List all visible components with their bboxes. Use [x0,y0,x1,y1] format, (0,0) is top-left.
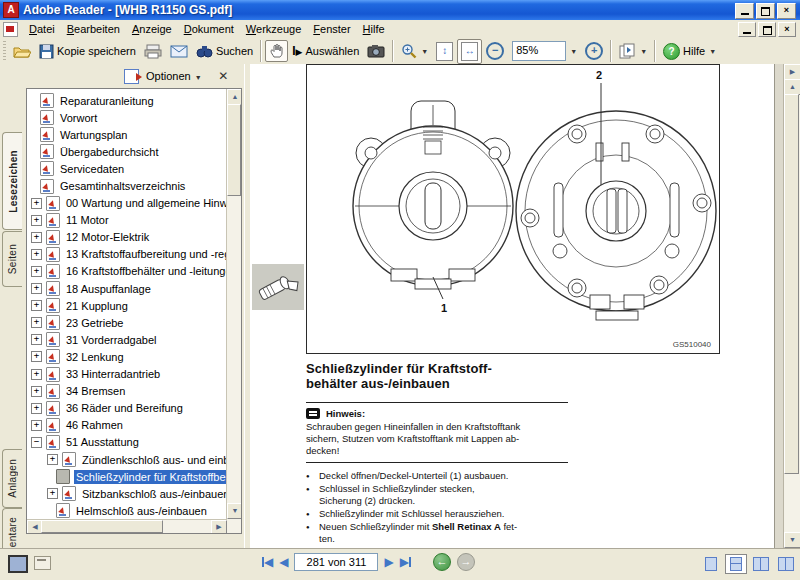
expand-icon[interactable]: + [47,488,58,499]
menu-werkzeuge[interactable]: Werkzeuge [240,21,307,37]
child-restore-button[interactable] [758,22,776,37]
menu-hilfe[interactable]: Hilfe [357,21,391,37]
previous-view-button[interactable]: ← [433,553,451,571]
bookmarks-horizontal-scrollbar[interactable]: ◀ ▶ [27,519,227,533]
zoom-out-button[interactable]: − [482,39,508,63]
zoom-tool-button[interactable]: ▼ [397,40,432,62]
pdf-document-icon[interactable] [3,22,18,37]
single-page-layout-button[interactable] [700,554,722,574]
bookmark-item[interactable]: Gesamtinhaltsverzeichnis [27,177,223,194]
bookmark-item[interactable]: +21 Kupplung [27,297,223,314]
minimize-button[interactable] [735,3,754,19]
expand-icon[interactable]: + [31,351,42,362]
expand-icon[interactable]: + [31,215,42,226]
scroll-down-icon[interactable]: ▼ [227,503,242,519]
bookmark-item[interactable]: +46 Rahmen [27,417,223,434]
child-minimize-button[interactable] [738,22,756,37]
tab-seiten[interactable]: Seiten [2,231,22,287]
expand-icon[interactable]: + [31,249,42,260]
document-status-icon[interactable] [34,556,51,570]
expand-icon[interactable]: + [31,232,42,243]
zoom-level-dropdown-arrow[interactable]: ▼ [570,48,577,55]
previous-page-button[interactable]: ◀ [279,553,288,571]
menu-dokument[interactable]: Dokument [178,21,240,37]
bookmark-item[interactable]: Helmschloß aus-/einbauen [27,502,223,519]
bookmark-item[interactable]: Schließzylinder für Kraftstoffbehälte [27,468,223,485]
open-button[interactable] [9,41,35,62]
fit-width-button[interactable]: ↔ [457,39,482,64]
continuous-layout-button[interactable] [725,554,747,574]
zoom-level-combo[interactable]: 85% ▼ [508,38,581,64]
pane-toggle-icon[interactable]: ▶ [784,64,800,80]
hand-tool-button[interactable] [265,40,288,62]
expand-icon[interactable]: + [31,317,42,328]
bookmark-item[interactable]: +16 Kraftstoffbehälter und -leitungen [27,263,223,280]
expand-icon[interactable]: + [31,403,42,414]
last-page-button[interactable]: ▶ [400,553,411,571]
bookmark-item[interactable]: +00 Wartung und allgemeine Hinweise [27,195,223,212]
bookmark-item[interactable]: +34 Bremsen [27,383,223,400]
bookmark-item[interactable]: +36 Räder und Bereifung [27,400,223,417]
expand-icon[interactable]: + [31,386,42,397]
bookmark-item[interactable]: +33 Hinterradantrieb [27,366,223,383]
bookmark-item[interactable]: Reparaturanleitung [27,92,223,109]
options-menu-button[interactable]: Optionen ▼ [146,70,202,82]
snapshot-button[interactable] [363,41,389,61]
email-button[interactable] [166,42,192,61]
continuous-facing-layout-button[interactable] [750,554,772,574]
fit-page-button[interactable]: ↕ [432,39,457,64]
zoom-in-button[interactable]: + [581,39,607,63]
tab-anlagen[interactable]: Anlagen [2,449,22,508]
bookmarks-vertical-scrollbar[interactable]: ▲ ▼ [226,89,241,533]
menu-bearbeiten[interactable]: Bearbeiten [61,21,126,37]
bookmark-item[interactable]: +Sitzbankschloß aus-/einbauen [27,485,223,502]
bookmark-item[interactable]: +11 Motor [27,212,223,229]
bookmark-item[interactable]: +13 Kraftstoffaufbereitung und -regelung [27,246,223,263]
menu-anzeige[interactable]: Anzeige [126,21,178,37]
facing-layout-button[interactable] [775,554,797,574]
bookmark-item[interactable]: +18 Auspuffanlage [27,280,223,297]
panel-close-icon[interactable]: ✕ [216,69,231,84]
expand-icon[interactable]: + [31,334,42,345]
select-tool-button[interactable]: I▶ Auswählen [288,41,363,61]
bookmark-item[interactable]: +23 Getriebe [27,314,223,331]
expand-icon[interactable]: + [31,420,42,431]
doc-scroll-down-icon[interactable]: ▼ [784,532,800,548]
save-copy-button[interactable]: Kopie speichern [35,41,140,62]
expand-icon[interactable]: + [47,454,58,465]
next-view-button[interactable]: → [457,553,475,571]
expand-icon[interactable]: + [31,300,42,311]
collapse-icon[interactable]: − [31,437,42,448]
expand-icon[interactable]: + [31,266,42,277]
tab-lesezeichen[interactable]: Lesezeichen [2,132,23,230]
screen-mode-icon[interactable] [8,555,28,573]
zoom-level-value[interactable]: 85% [512,41,566,61]
help-button[interactable]: ? Hilfe ▼ [659,40,720,63]
print-button[interactable] [140,41,166,62]
doc-scroll-up-icon[interactable]: ▲ [784,79,800,95]
help-dropdown-arrow[interactable]: ▼ [709,48,716,55]
document-vertical-scrollbar[interactable]: ▶ ▲ ▼ [783,64,800,548]
page-display-button[interactable]: ▼ [615,40,651,62]
scroll-up-icon[interactable]: ▲ [227,89,242,105]
expand-icon[interactable]: + [31,283,42,294]
bookmark-item[interactable]: Servicedaten [27,160,223,177]
page-display-dropdown-arrow[interactable]: ▼ [640,48,647,55]
menu-fenster[interactable]: Fenster [307,21,356,37]
scroll-right-icon[interactable]: ▶ [211,520,227,534]
search-button[interactable]: Suchen [192,41,257,61]
bookmark-item[interactable]: +Zündlenkschloß aus- und einbauen [27,451,223,468]
bookmark-item[interactable]: +31 Vorderradgabel [27,331,223,348]
restore-button[interactable] [756,3,775,19]
bookmark-item[interactable]: Übergabedurchsicht [27,143,223,160]
page-number-field[interactable]: 281 von 311 [294,553,378,571]
zoom-dropdown-arrow[interactable]: ▼ [421,48,428,55]
toolbar-grip[interactable] [3,41,6,61]
close-button[interactable]: × [777,3,796,19]
bookmark-item[interactable]: Vorwort [27,109,223,126]
next-page-button[interactable]: ▶ [384,553,393,571]
bookmark-item[interactable]: +12 Motor-Elektrik [27,229,223,246]
bookmark-item[interactable]: Wartungsplan [27,126,223,143]
expand-icon[interactable]: + [31,369,42,380]
menu-datei[interactable]: Datei [23,21,61,37]
